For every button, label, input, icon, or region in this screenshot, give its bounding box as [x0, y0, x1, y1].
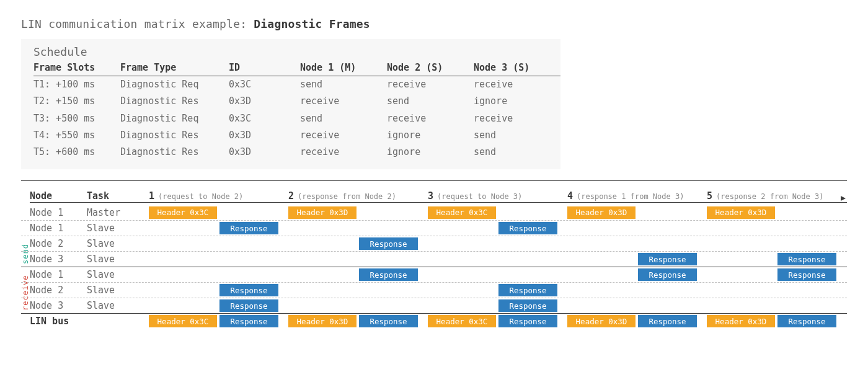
timeline-cell: Response — [564, 268, 703, 281]
schedule-id: 0x3D — [229, 144, 300, 161]
slot-number: 2 — [288, 190, 294, 202]
schedule-type: Diagnostic Req — [120, 110, 229, 127]
response-chip: Response — [777, 253, 836, 265]
schedule-node3: send — [474, 144, 560, 161]
timeline-row: Node 3 Slave Response Response — [21, 251, 847, 267]
header-chip: Header 0x3C — [149, 206, 217, 219]
schedule-id: 0x3C — [229, 110, 300, 127]
schedule-col-header: Frame Type — [120, 61, 229, 76]
schedule-col-header: Node 1 (M) — [300, 61, 387, 76]
schedule-node3: send — [474, 127, 560, 144]
timeline-slot-header: 1 (request to Node 2) — [145, 190, 285, 202]
task-label: Slave — [87, 238, 115, 249]
timeline-header-row: Node Task 1 (request to Node 2) 2 (respo… — [21, 187, 847, 205]
timeline-cell: Response — [703, 268, 843, 281]
response-chip: Response — [219, 222, 278, 234]
timeline-slot-header: 4 (response 1 from Node 3) — [564, 190, 703, 202]
slot-desc: (response 2 from Node 3) — [716, 192, 823, 201]
response-chip: Response — [219, 299, 278, 312]
response-chip: Response — [359, 268, 418, 281]
schedule-panel: Schedule Frame SlotsFrame TypeIDNode 1 (… — [21, 39, 560, 169]
schedule-node1: receive — [300, 93, 387, 110]
schedule-row: T4: +550 ms Diagnostic Res 0x3D receive … — [33, 127, 560, 144]
timeline-cell: Response — [564, 253, 703, 265]
schedule-type: Diagnostic Req — [120, 76, 229, 94]
timeline-row: Node 1 Slave Response Response — [21, 220, 847, 236]
timeline-row: Node 2 Slave Response — [21, 236, 847, 251]
schedule-row: T1: +100 ms Diagnostic Req 0x3C send rec… — [33, 76, 560, 94]
node-label: Node 2 — [30, 285, 87, 296]
schedule-slot: T1: +100 ms — [33, 76, 120, 94]
response-chip: Response — [359, 315, 418, 327]
header-chip: Header 0x3D — [567, 315, 636, 327]
header-chip: Header 0x3D — [707, 206, 775, 219]
timeline-cell: Header 0x3C Response — [145, 315, 285, 327]
schedule-row: T5: +600 ms Diagnostic Res 0x3D receive … — [33, 144, 560, 161]
timeline-cell: Header 0x3D — [285, 206, 424, 219]
task-label: Slave — [87, 254, 115, 265]
schedule-node2: send — [387, 93, 474, 110]
timeline-cell: Header 0x3C — [145, 206, 285, 219]
timeline-cell: Response — [424, 284, 564, 296]
task-label: Slave — [87, 269, 115, 280]
timeline-cell: Header 0x3D Response — [285, 315, 424, 327]
timeline-panel: Node Task 1 (request to Node 2) 2 (respo… — [21, 187, 847, 329]
schedule-node2: ignore — [387, 144, 474, 161]
header-chip: Header 0x3D — [567, 206, 636, 219]
timeline-cell: Header 0x3D Response — [564, 315, 703, 327]
timeline-cell: Response — [285, 237, 424, 250]
schedule-node2: ignore — [387, 127, 474, 144]
timeline-row: Node 1 Slave Response Response Response — [21, 267, 847, 282]
schedule-id: 0x3D — [229, 127, 300, 144]
response-chip: Response — [638, 315, 697, 327]
schedule-node3: receive — [474, 76, 560, 94]
task-label: Slave — [87, 300, 115, 311]
slot-number: 5 — [707, 190, 712, 202]
timeline-cell: Header 0x3D — [564, 206, 703, 219]
title-prefix: LIN communication matrix example: — [21, 17, 254, 30]
schedule-node1: receive — [300, 144, 387, 161]
timeline-cell: Response — [145, 299, 285, 312]
timeline-head-node: Node — [30, 190, 87, 202]
response-chip: Response — [777, 315, 836, 327]
header-chip: Header 0x3C — [428, 315, 496, 327]
page-title: LIN communication matrix example: Diagno… — [21, 17, 847, 30]
response-chip: Response — [777, 268, 836, 281]
header-chip: Header 0x3D — [288, 206, 356, 219]
timeline-cell: Header 0x3D — [703, 206, 843, 219]
slot-number: 4 — [567, 190, 573, 202]
response-chip: Response — [638, 268, 697, 281]
schedule-slot: T4: +550 ms — [33, 127, 120, 144]
schedule-node3: ignore — [474, 93, 560, 110]
response-chip: Response — [498, 284, 557, 296]
slot-desc: (request to Node 2) — [158, 192, 243, 201]
task-label: Master — [87, 207, 120, 218]
task-label: Slave — [87, 223, 115, 234]
arrow-right-icon — [841, 196, 846, 201]
node-label: Node 2 — [30, 238, 87, 249]
timeline-cell: Response — [424, 222, 564, 234]
schedule-col-header: Frame Slots — [33, 61, 120, 76]
slot-desc: (response 1 from Node 3) — [577, 192, 684, 201]
header-chip: Header 0x3C — [428, 206, 496, 219]
schedule-node2: receive — [387, 110, 474, 127]
schedule-col-header: Node 2 (S) — [387, 61, 474, 76]
task-label: Slave — [87, 285, 115, 296]
slot-number: 3 — [428, 190, 433, 202]
timeline-slot-header: 2 (response from Node 2) — [285, 190, 424, 202]
timeline-cell: Response — [145, 284, 285, 296]
header-chip: Header 0x3D — [288, 315, 356, 327]
node-label: Node 1 — [30, 269, 87, 280]
response-chip: Response — [638, 253, 697, 265]
node-label: Node 3 — [30, 300, 87, 311]
timeline-cell: Response — [145, 222, 285, 234]
schedule-title: Schedule — [33, 45, 548, 58]
schedule-type: Diagnostic Res — [120, 93, 229, 110]
schedule-node2: receive — [387, 76, 474, 94]
timeline-linbus-row: LIN bus Header 0x3C Response Header 0x3D… — [21, 313, 847, 329]
schedule-id: 0x3D — [229, 93, 300, 110]
response-chip: Response — [219, 315, 278, 327]
timeline-cell: Header 0x3C — [424, 206, 564, 219]
schedule-col-header: Node 3 (S) — [474, 61, 560, 76]
response-chip: Response — [498, 222, 557, 234]
